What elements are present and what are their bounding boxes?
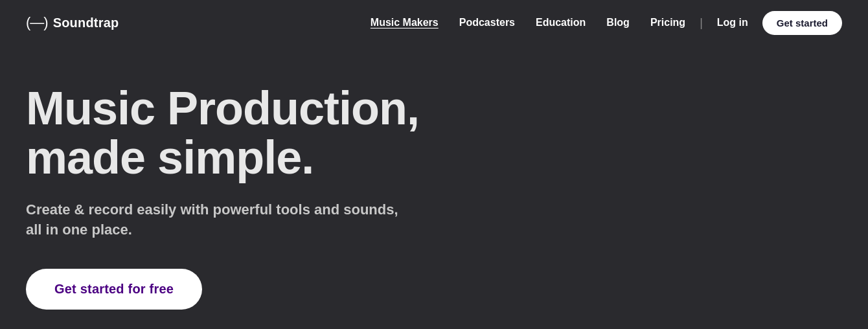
get-started-button[interactable]: Get started [762,11,842,35]
nav-item-podcasters[interactable]: Podcasters [450,12,524,34]
nav-item-pricing[interactable]: Pricing [641,12,694,34]
navbar: (—) Soundtrap Music Makers Podcasters Ed… [0,0,868,45]
login-link[interactable]: Log in [708,12,757,34]
nav-link-blog[interactable]: Blog [597,12,639,34]
nav-item-education[interactable]: Education [527,12,595,34]
hero-section: Music Production, made simple. Create & … [0,45,486,329]
logo[interactable]: (—) Soundtrap [26,14,119,31]
nav-link-music-makers[interactable]: Music Makers [361,12,448,34]
nav-item-music-makers[interactable]: Music Makers [361,12,448,34]
nav-links: Music Makers Podcasters Education Blog P… [361,12,694,34]
hero-subtitle: Create & record easily with powerful too… [26,200,415,240]
nav-link-pricing[interactable]: Pricing [641,12,694,34]
logo-text: Soundtrap [53,16,119,30]
nav-link-podcasters[interactable]: Podcasters [450,12,524,34]
nav-link-education[interactable]: Education [527,12,595,34]
nav-divider: | [700,16,703,30]
nav-right: Music Makers Podcasters Education Blog P… [361,11,842,35]
hero-title: Music Production, made simple. [26,84,460,182]
nav-item-blog[interactable]: Blog [597,12,639,34]
logo-icon: (—) [26,14,48,31]
hero-cta-button[interactable]: Get started for free [26,269,202,310]
